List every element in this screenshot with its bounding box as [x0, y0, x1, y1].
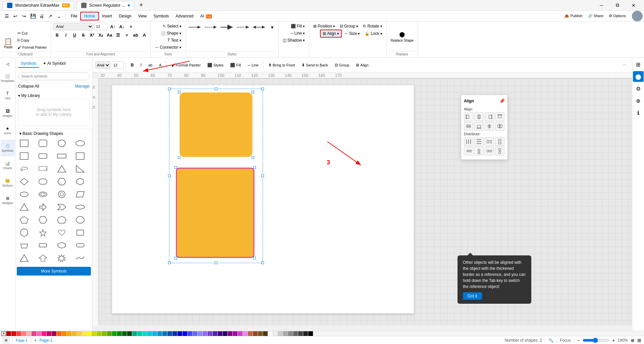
ctx-ab-btn[interactable]: ab	[146, 62, 155, 68]
copy-btn[interactable]: ⎘ Copy	[15, 37, 49, 44]
color-gray3[interactable]	[283, 331, 288, 336]
color-green2[interactable]	[112, 331, 117, 336]
shape-chevron[interactable]	[54, 201, 69, 213]
canvas-page[interactable]	[112, 85, 414, 313]
color-light-red[interactable]	[16, 331, 21, 336]
s1-handle-tl[interactable]	[178, 91, 180, 93]
fit-btn[interactable]: ⊕	[631, 338, 635, 343]
align-btn-7[interactable]	[485, 122, 494, 131]
shape-banner[interactable]	[36, 163, 50, 175]
qa-print-btn[interactable]: 🖨	[38, 12, 46, 20]
color-black[interactable]	[308, 331, 313, 336]
color-blue1[interactable]	[157, 331, 162, 336]
canvas[interactable]: 3	[99, 79, 632, 325]
shape-oct[interactable]	[73, 214, 88, 226]
ctx-line-btn[interactable]: ─ Line	[245, 61, 261, 69]
shape-burst[interactable]	[54, 252, 69, 264]
dist-btn-7[interactable]	[485, 147, 494, 155]
italic-btn[interactable]: I	[62, 31, 70, 39]
shape-rect-h[interactable]	[54, 150, 69, 162]
color-lime1[interactable]	[92, 331, 97, 336]
color-magenta[interactable]	[32, 331, 36, 336]
page-tab-1[interactable]: Page-1	[12, 337, 31, 343]
strikethrough-btn[interactable]: S	[79, 31, 87, 39]
color-dark-pink[interactable]	[47, 331, 51, 336]
align-ribbon-btn[interactable]: ⊞ Align ▾	[320, 30, 341, 37]
shape-cloud[interactable]	[17, 163, 32, 175]
color-yellow[interactable]	[87, 331, 92, 336]
color-orange1[interactable]	[57, 331, 61, 336]
shape-circle[interactable]	[54, 137, 69, 149]
s1-handle-tr[interactable]	[252, 91, 254, 93]
manage-btn[interactable]: Manage	[75, 84, 90, 89]
align-bottom-btn[interactable]	[474, 122, 484, 131]
shape-square2[interactable]	[17, 150, 32, 162]
font-size-increase-btn[interactable]: A↑	[109, 23, 117, 30]
shape-diamond[interactable]	[17, 176, 32, 188]
handle-tc[interactable]	[215, 88, 217, 90]
shape-arrow2[interactable]	[36, 252, 50, 264]
subscript-btn[interactable]: X₂	[97, 31, 105, 39]
color-blue5[interactable]	[177, 331, 182, 336]
status-grid-btn[interactable]: ⊞	[3, 337, 9, 343]
shape-rounded-rect[interactable]	[36, 137, 50, 149]
ctx-align-btn[interactable]: ⊞ Align	[353, 61, 371, 69]
symbol-search-input[interactable]	[18, 72, 90, 80]
collapse-all-row[interactable]: Collapse All Manage	[15, 83, 92, 90]
shape-heart[interactable]	[54, 227, 69, 239]
bullet-list-btn[interactable]: ☰	[114, 31, 122, 39]
color-violet2[interactable]	[233, 331, 237, 336]
color-teal2[interactable]	[137, 331, 142, 336]
ctx-bring-front-btn[interactable]: ⬆ Bring to Front	[266, 61, 298, 69]
color-purple4[interactable]	[218, 331, 222, 336]
options-btn[interactable]: ⚙ Options	[607, 13, 628, 19]
shape-ring[interactable]	[36, 188, 50, 200]
arrow-style-4[interactable]	[236, 25, 251, 30]
rs-btn-1[interactable]: ⊞	[633, 59, 644, 70]
color-blue4[interactable]	[172, 331, 177, 336]
ctx-format-painter-btn[interactable]: 🖌 Format Painter	[169, 61, 204, 69]
shape-btn[interactable]: ⬜ Shape ▾	[159, 30, 183, 37]
cut-btn[interactable]: ✂ Cut	[15, 30, 49, 37]
superscript-btn[interactable]: X²	[88, 31, 96, 39]
color-purple3[interactable]	[213, 331, 217, 336]
nav-icons-btn[interactable]: ★ Icons	[1, 122, 15, 139]
shape-rect3[interactable]	[36, 176, 50, 188]
color-green1[interactable]	[107, 331, 112, 336]
color-brown1[interactable]	[248, 331, 253, 336]
color-deep-pink[interactable]	[42, 331, 46, 336]
s2-handle-bl[interactable]	[174, 257, 177, 259]
shape-arrow-tri[interactable]	[36, 201, 50, 213]
font-color-btn[interactable]: A	[140, 31, 148, 39]
handle-ml[interactable]	[168, 175, 171, 177]
app-tab-2[interactable]: Screen Regulator ...	[77, 1, 134, 9]
restore-btn[interactable]: ⧉	[610, 0, 625, 11]
color-gray1[interactable]	[273, 331, 278, 336]
handle-br[interactable]	[261, 261, 264, 264]
ctx-group-btn[interactable]: ⊟ Group	[332, 61, 352, 69]
nav-text-btn[interactable]: T Text	[1, 87, 15, 104]
color-brown2[interactable]	[253, 331, 258, 336]
color-dark-green[interactable]	[117, 331, 122, 336]
shape-pill[interactable]	[73, 239, 88, 251]
basic-shapes-header[interactable]: ▾ Basic Drawing Shapes	[17, 130, 91, 137]
dist-btn-6[interactable]	[474, 147, 484, 155]
shape-rect5[interactable]	[36, 239, 50, 251]
ctx-italic-btn[interactable]: I	[138, 61, 144, 69]
color-orange2[interactable]	[62, 331, 66, 336]
ctx-bold-btn[interactable]: B	[128, 61, 137, 69]
shape-oval2[interactable]	[73, 201, 88, 213]
ctx-color-btn[interactable]: A	[156, 62, 164, 68]
my-library-header[interactable]: ▾ My Library	[18, 93, 90, 99]
zoom-out-btn[interactable]: −	[577, 338, 580, 343]
color-purple5[interactable]	[223, 331, 227, 336]
shape-square[interactable]	[17, 137, 32, 149]
got-it-btn[interactable]: Got it	[463, 292, 482, 300]
dist-h-btn[interactable]	[464, 137, 473, 146]
shape-rect4[interactable]	[73, 227, 88, 239]
color-purple1[interactable]	[203, 331, 207, 336]
color-amber[interactable]	[67, 331, 71, 336]
align-text-btn[interactable]: ≡	[127, 23, 135, 30]
nav-symbols-btn[interactable]: ⬡ Symbols	[1, 140, 15, 156]
s1-handle-br[interactable]	[252, 156, 254, 159]
